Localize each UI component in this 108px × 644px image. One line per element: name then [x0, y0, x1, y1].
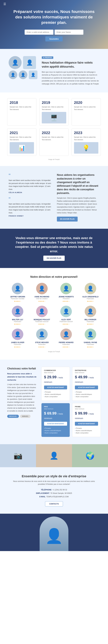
contact-text: Nous sommes heureux de vous servir et de…: [12, 480, 96, 486]
plan-buy-button[interactable]: ACHETER MAINTENANT: [75, 386, 98, 390]
team-member-role: Partenaire: [7, 321, 28, 322]
team-member-name: WALTER LILY: [7, 318, 28, 321]
team-member: 👤 JEFFREY BROWN Partenaire mondial ★★★★☆: [7, 283, 28, 302]
about-title: Nous habitation élégance faire volets vo…: [42, 60, 99, 68]
hero-form: [24, 30, 84, 35]
hero-title: Préparant votre succès, Nous fournissons…: [12, 9, 96, 25]
quote-icon-1: ": [9, 173, 51, 178]
plan-buy-button[interactable]: ACHETER MAINTENANT: [75, 422, 98, 426]
timeline-grid-top: 2018 Sample text. Click to select the Te…: [7, 98, 101, 126]
team-member-name: ANNE RICHMOND: [32, 296, 52, 298]
quote-icon-2: ": [9, 197, 51, 202]
email-input[interactable]: [24, 30, 54, 35]
contact-section: Ensemble pour un style de vie d'entrepri…: [0, 467, 108, 514]
team-member-stars: ★★★★☆: [7, 323, 28, 325]
footer-person-image: 👤: [40, 516, 68, 551]
timeline-text: Sample text. Click to select the Text el…: [74, 136, 98, 141]
timeline-section: 2018 Sample text. Click to select the Te…: [0, 92, 108, 166]
team-member-stars: ★★★★☆: [80, 323, 101, 325]
toggle-monthly[interactable]: MENSUEL: [7, 415, 19, 418]
menu-icon[interactable]: ☰: [4, 2, 6, 6]
team-member-role: Partenaire: [32, 344, 52, 345]
contact-address: EMPLACEMENT: 76 Street Sample, WI 83625: [12, 492, 96, 495]
toggle-annual[interactable]: ANNUEL: [20, 415, 30, 418]
team-member-role: Partenaire associé: [32, 321, 52, 322]
testimonial-right-title: Nous aidons les organisations audacieuse…: [57, 173, 99, 195]
team-member: 👤 WALTER LILY Partenaire ★★★★☆: [7, 306, 28, 325]
timeline-year: 2019: [42, 100, 66, 105]
about-text: Bien que nous ne espérons que la premièr…: [42, 71, 99, 85]
contacts-button[interactable]: CONTACTS: [45, 501, 63, 506]
plan-feature: Primaire: [44, 391, 67, 393]
team-member-name: JEFFREY BROWN: [7, 296, 28, 298]
plan-feature: Autres caractéristiques: [75, 394, 98, 395]
team-member: 👤 MILA PARKER Partenaire ★★★★☆: [80, 306, 101, 325]
plan-feature: Primaire: [44, 427, 67, 429]
about-img-3: 👤: [9, 70, 17, 79]
about-img-2: 👤: [23, 56, 36, 69]
contact-info: TÉLÉPHONE: +1 (234) 252 89 32 EMPLACEMEN…: [12, 488, 96, 498]
team-section: Notre direction et notre personnel! 👤 JE…: [0, 268, 108, 360]
team-avatar: 👤: [12, 306, 23, 317]
team-member-role: Président: [56, 298, 76, 300]
quote-2: " Nam sed libero semi aucibus lectus tur…: [9, 197, 51, 217]
cta-button[interactable]: EN SAVOIR PLUS: [43, 256, 65, 261]
plan-feature: Primaire: [75, 427, 98, 429]
about-badge: A PROPOS: [42, 56, 53, 59]
plan-tagline: Idéal minimum: [44, 408, 67, 410]
team-member-name: JAMES OLIVIER: [7, 342, 28, 344]
gallery-section: 📷 👤 🌍: [0, 444, 108, 467]
team-member: 👤 SAMUEL PAYNE Partenaire ★★★★☆: [80, 328, 101, 348]
gallery-cell-1: 📷: [0, 444, 36, 467]
contact-email: E-MAIL: TEMPLATE@SAMPLE.COM: [12, 495, 96, 498]
plan-name: COMMENCER: [44, 370, 67, 371]
team-member: 👤 JENNIE ROBERTS Président ★★★★☆: [56, 283, 76, 302]
team-avatar: 👤: [60, 306, 72, 317]
pricing-left: Choisissez votre forfait Nous pouvons vo…: [7, 367, 37, 437]
team-member-name: PIERRE HOWARD: [56, 342, 76, 344]
contact-title: Ensemble pour un style de vie d'entrepri…: [12, 474, 96, 478]
plan-tagline: Idéal minimum: [75, 408, 98, 410]
plan-feature: Autre composition: [75, 396, 98, 398]
team-member-name: JENNIE ROBERTS: [56, 296, 76, 298]
contact-phone: TÉLÉPHONE: +1 (234) 252 89 32: [12, 488, 96, 492]
team-member-stars: ★★★★☆: [32, 346, 52, 348]
team-member: 👤 JAMES OLIVIER Partenaire ★★★★☆: [7, 328, 28, 348]
plan-feature: Autres caractéristiques: [44, 430, 67, 432]
plan-buy-button[interactable]: ACHETER MAINTENANT: [44, 422, 67, 426]
plan-period: / mois minimum: [44, 413, 63, 420]
team-member-name: MILA PARKER: [80, 318, 101, 321]
timeline-text: Sample text. Click to select the Text el…: [74, 106, 98, 111]
team-avatar: 👤: [60, 283, 72, 294]
team-member-role: Chef de création: [32, 298, 52, 300]
team-member: 👤 ALEX GREENFIELD Partenaire ★★★★☆: [80, 283, 101, 302]
pricing-card-prime: PRIME Idéal minimum $ 99.99 / mois minim…: [72, 403, 101, 437]
timeline-text: Sample text. Click to select the Text el…: [42, 106, 66, 111]
timeline-item-2021: 2021 Sample text. Click to select the Te…: [7, 128, 36, 156]
timeline-img-2023: 💡: [74, 142, 98, 154]
name-input[interactable]: [54, 30, 84, 35]
team-avatar: 👤: [85, 306, 96, 317]
learn-more-button[interactable]: EN SAVOIR PLUS: [57, 217, 78, 222]
quote-1: " Nam sed libero semi aucibus lectus tur…: [9, 173, 51, 193]
plan-price: $ 99.99 / mois minimum: [75, 411, 98, 420]
plan-tagline: Idéal minimum: [75, 372, 98, 374]
quote-author-2: FRANCK KINNEY: [9, 215, 51, 217]
submit-button[interactable]: Soumettre: [45, 36, 63, 42]
plan-features: PrimaireAutres caractéristiquesAutre com…: [44, 427, 67, 434]
pricing-section: Choisissez votre forfait Nous pouvons vo…: [0, 360, 108, 444]
team-member-role: Partenaire: [7, 344, 28, 345]
timeline-item-2023: 2023 Sample text. Click to select the Te…: [72, 128, 101, 156]
plan-buy-button[interactable]: ACHETER MAINTENANT: [44, 386, 67, 390]
plan-price: $ 69.99 / mois minimum: [44, 411, 67, 420]
team-member-stars: ★★★★☆: [7, 300, 28, 302]
plan-period: / mois minimum: [75, 376, 94, 383]
team-member-name: MONIQUE POULIOT: [32, 318, 52, 321]
team-member-role: Partenaire mondial: [7, 298, 28, 300]
about-img-1: 👤: [9, 56, 22, 69]
pricing-subtitle: Nous pouvons vous aider à atteindre le h…: [7, 372, 37, 382]
team-member: 👤 ANNE RICHMOND Chef de création ★★★★☆: [32, 283, 52, 302]
contact-phone-label: TÉLÉPHONE: [41, 489, 52, 491]
team-avatar: 👤: [60, 328, 72, 340]
team-avatar: 👤: [36, 328, 48, 340]
